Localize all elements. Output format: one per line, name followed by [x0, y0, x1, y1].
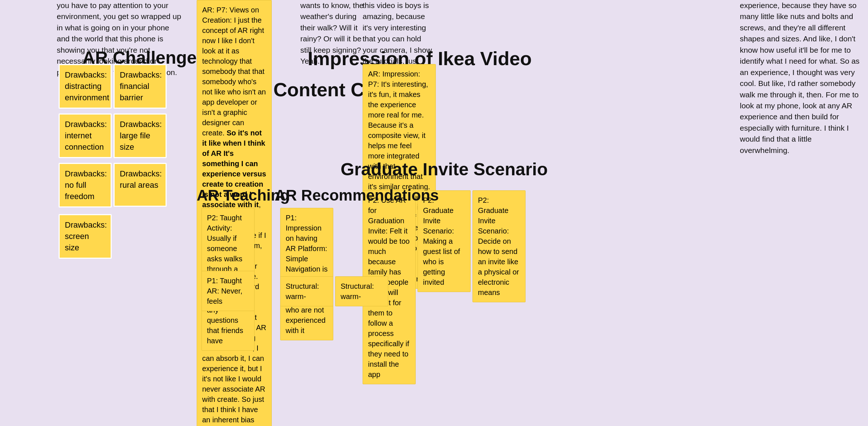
ar-recommendations-title: AR Recommendations — [275, 187, 439, 204]
ar-teaching-p1: P1: Taught AR: Never, feels — [201, 271, 255, 311]
main-canvas: you have to pay attention to your enviro… — [0, 0, 868, 426]
ar-structural-1: Structural: warm- — [280, 276, 333, 306]
drawbacks-financial: Drawbacks: financial barrier — [114, 64, 167, 109]
ar-structural-2: Structural: warm- — [335, 276, 388, 306]
graduate-invite-title: Graduate Invite Scenario — [341, 159, 548, 179]
ar-recommendation-p1: P1: Impression on having AR Platform: Si… — [280, 208, 333, 340]
drawbacks-screen-size: Drawbacks: screen size — [59, 214, 112, 259]
graduate-guest-list: P2: Graduate Invite Scenario: Making a g… — [418, 190, 471, 292]
drawbacks-freedom: Drawbacks: no full freedom — [59, 163, 112, 208]
drawbacks-file-size: Drawbacks: large file size — [114, 113, 167, 158]
drawbacks-distracting: Drawbacks: distracting environment — [59, 64, 112, 109]
drawbacks-rural: Drawbacks: rural areas — [114, 163, 167, 207]
top-right-text-block: experience, because they have so many li… — [740, 0, 861, 156]
graduate-send-invite: P2: Graduate Invite Scenario: Decide on … — [472, 190, 526, 302]
drawbacks-internet: Drawbacks: internet connection — [59, 113, 112, 158]
